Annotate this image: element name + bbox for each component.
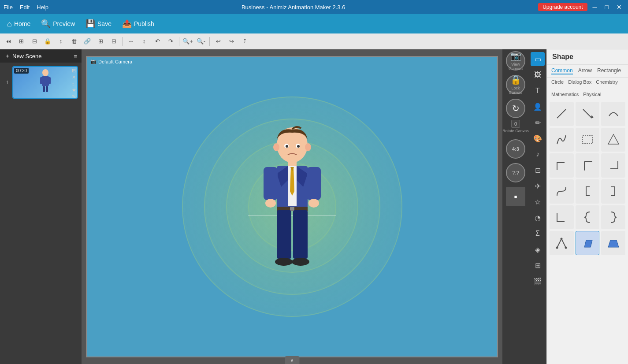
tool-zoom-in[interactable]: 🔍+ <box>182 35 194 48</box>
shape-triangle[interactable] <box>601 128 625 152</box>
settings-icon: ■ <box>514 194 517 199</box>
shape-brace-left[interactable] <box>576 205 600 230</box>
help-button[interactable]: ?:? <box>506 163 525 182</box>
shape-nav-common[interactable]: Common <box>551 67 573 74</box>
menu-edit[interactable]: Edit <box>20 4 30 11</box>
shape-nav-arrow[interactable]: Arrow <box>578 67 592 74</box>
shape-bezier[interactable] <box>550 179 574 204</box>
tool-undo[interactable]: ↩ <box>212 35 224 48</box>
shape-corner-tl[interactable] <box>550 153 574 178</box>
shape-subnav-chemistry[interactable]: Chemistry <box>596 79 618 87</box>
icon-screen[interactable]: ⊡ <box>531 163 545 177</box>
lock-canvas-button[interactable]: 🔒 Lock Canvas <box>506 75 525 94</box>
nav-home-label: Home <box>14 20 30 27</box>
icon-character[interactable]: 👤 <box>531 100 545 114</box>
upgrade-account-button[interactable]: Upgrade account <box>538 3 587 11</box>
settings-button[interactable]: ■ <box>506 187 525 206</box>
scene-action-edit[interactable]: ✎ <box>72 94 76 100</box>
minimize-button[interactable]: ─ <box>590 4 600 11</box>
tool-flip-v[interactable]: ↕ <box>138 35 150 48</box>
tool-flip-h[interactable]: ↔ <box>125 35 137 48</box>
shape-corner-br[interactable] <box>601 153 625 178</box>
icon-drop[interactable]: ◈ <box>531 242 545 256</box>
svg-point-18 <box>265 199 276 208</box>
shape-subnav-physical[interactable]: Physical <box>583 92 601 97</box>
tool-pos[interactable]: ↕ <box>55 35 67 48</box>
tool-prev[interactable]: ⏮ <box>2 35 14 48</box>
tool-rotate-r[interactable]: ↷ <box>164 35 177 48</box>
shape-subnav-mathematics[interactable]: Mathematics <box>551 92 579 97</box>
shape-panel: Shape Common Arrow Rectangle Circle Dial… <box>546 49 628 364</box>
shape-node[interactable] <box>550 231 574 255</box>
shape-parallelogram[interactable] <box>576 231 600 255</box>
aspect-ratio-button[interactable]: 4:3 <box>506 139 525 159</box>
icon-sticker[interactable]: ✏ <box>531 115 545 130</box>
scene-list-icon[interactable]: ≡ <box>74 53 77 59</box>
app-title: Business - Animiz Animation Maker 2.3.6 <box>48 4 538 11</box>
scene-action-star[interactable]: ★ <box>72 87 76 93</box>
shape-corner-tr[interactable] <box>576 153 600 178</box>
scene-thumbnail[interactable]: 1 00:30 ⊞ ✕ ↕ <box>12 66 78 99</box>
toolbar: ⏮ ⊞ ⊟ 🔒 ↕ 🗑 🔗 ⊞ ⊟ ↔ ↕ ↶ ↷ 🔍+ 🔍- ↩ ↪ ⤴ <box>0 33 628 49</box>
shape-arc[interactable] <box>601 102 625 126</box>
shape-nav-rectangle[interactable]: Rectangle <box>597 67 621 74</box>
tool-lock[interactable]: 🔒 <box>41 35 54 48</box>
shape-subnav-dialogbox[interactable]: Dialog Box <box>568 79 591 87</box>
nav-home[interactable]: ⌂ Home <box>7 19 30 29</box>
tool-rotate-l[interactable]: ↶ <box>151 35 164 48</box>
close-button[interactable]: ✕ <box>614 4 624 11</box>
tool-zoom-out[interactable]: 🔍- <box>195 35 207 48</box>
scene-action-copy[interactable]: ⊞ <box>72 68 76 74</box>
nav-save[interactable]: 💾 Save <box>85 19 111 29</box>
shape-line-diagonal1[interactable] <box>550 102 574 126</box>
tool-delete[interactable]: 🗑 <box>68 35 80 48</box>
shape-line-diagonal2[interactable] <box>576 102 600 126</box>
icon-shape[interactable]: ▭ <box>531 52 545 66</box>
tool-export[interactable]: ⤴ <box>238 35 251 48</box>
nav-preview[interactable]: 🔍 Preview <box>41 19 75 29</box>
tool-distribute[interactable]: ⊟ <box>108 35 120 48</box>
shape-s-curve[interactable] <box>550 128 574 152</box>
tool-group[interactable]: ⊞ <box>15 35 27 48</box>
shape-bracket-left[interactable] <box>576 179 600 204</box>
menu-file[interactable]: File <box>4 4 13 11</box>
canvas-wrapper[interactable]: 📷 Default Camera <box>86 56 498 357</box>
icon-grid[interactable]: ⊞ <box>531 258 545 272</box>
icon-star[interactable]: ☆ <box>531 195 545 209</box>
svg-marker-34 <box>584 240 592 247</box>
shape-subnav-circle[interactable]: Circle <box>551 79 564 87</box>
icon-clock[interactable]: ◔ <box>531 211 545 225</box>
menu-help[interactable]: Help <box>37 4 48 11</box>
icon-media[interactable]: ♪ <box>531 147 545 161</box>
maximize-button[interactable]: □ <box>602 4 611 11</box>
view-camera-label: View Camera <box>507 62 524 71</box>
tool-ungroup[interactable]: ⊟ <box>28 35 41 48</box>
scene-action-move[interactable]: ↕ <box>72 81 76 86</box>
icon-plane[interactable]: ✈ <box>531 179 545 193</box>
scene-action-delete[interactable]: ✕ <box>72 74 76 80</box>
nav-publish[interactable]: 📤 Publish <box>122 19 154 29</box>
icon-sigma[interactable]: Σ <box>531 227 545 241</box>
rotate-canvas-button[interactable]: ↻ <box>506 99 525 118</box>
tool-link[interactable]: 🔗 <box>81 35 93 48</box>
left-panel: ＋ New Scene ≡ 1 0 <box>0 49 82 364</box>
tool-redo[interactable]: ↪ <box>225 35 238 48</box>
collapse-handle[interactable]: ∨ <box>285 356 299 364</box>
icon-film[interactable]: 🎬 <box>531 274 545 288</box>
tool-align[interactable]: ⊞ <box>94 35 107 48</box>
icon-bg[interactable]: 🎨 <box>531 131 545 145</box>
svg-rect-4 <box>43 86 45 92</box>
shape-trapezoid[interactable] <box>601 231 625 255</box>
nav-preview-label: Preview <box>53 20 75 27</box>
new-scene-button[interactable]: ＋ New Scene <box>4 52 41 60</box>
shape-brace-right[interactable] <box>601 205 625 230</box>
character-figure <box>244 123 341 290</box>
shape-rect-dashed[interactable] <box>576 128 600 152</box>
shape-corner-bl[interactable] <box>550 205 574 230</box>
view-camera-button[interactable]: 📷 View Camera <box>506 51 525 71</box>
icon-image[interactable]: 🖼 <box>531 68 545 82</box>
shape-bracket-right[interactable] <box>601 179 625 204</box>
rotate-value[interactable]: 0 <box>511 120 520 128</box>
svg-rect-17 <box>307 167 321 200</box>
icon-text[interactable]: T <box>531 84 545 98</box>
